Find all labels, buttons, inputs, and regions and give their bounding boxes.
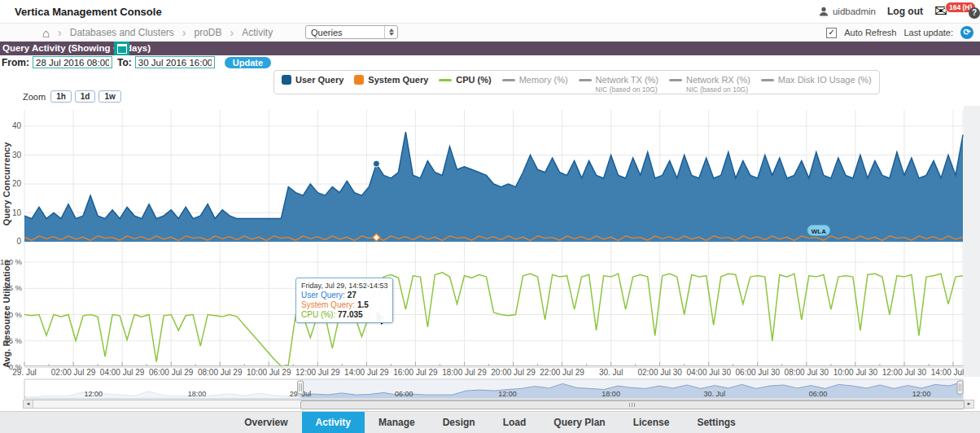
breadcrumb-databases[interactable]: Databases and Clusters bbox=[70, 27, 174, 38]
tab-settings[interactable]: Settings bbox=[683, 412, 749, 433]
tab-design[interactable]: Design bbox=[429, 412, 489, 433]
navigator: 12:0018:0029. Jul06:0012:0018:0030. Jul0… bbox=[24, 379, 963, 399]
navigator-label: 06:00 bbox=[395, 390, 413, 398]
chart-legend: User QuerySystem QueryCPU (%)Memory (%)N… bbox=[273, 70, 880, 94]
pane2-axis-title: Avg. Resource Utilization bbox=[2, 260, 11, 369]
cpu-line bbox=[24, 273, 963, 366]
wla-flag[interactable]: WLA bbox=[807, 225, 830, 236]
legend-swatch-icon bbox=[579, 79, 592, 81]
legend-label: Network RX (%) bbox=[686, 75, 750, 85]
logout-link[interactable]: Log out bbox=[887, 6, 923, 17]
legend-sublabel: NIC (based on 10G) bbox=[686, 85, 750, 94]
chart-scrollbar[interactable]: ◄ ► bbox=[23, 400, 974, 409]
scrollbar-grip-icon bbox=[629, 403, 637, 407]
navigator-handle-grip bbox=[957, 381, 963, 394]
help-icon[interactable]: ? bbox=[969, 7, 980, 19]
x-axis: 29. Jul02:00 Jul 2904:00 Jul 2906:00 Jul… bbox=[12, 362, 975, 378]
app-title: Vertica Management Console bbox=[15, 6, 162, 18]
database-tabs: OverviewActivityManageDesignLoadQuery Pl… bbox=[0, 411, 980, 433]
legend-label: User Query bbox=[295, 75, 343, 85]
legend-item-memory[interactable]: Memory (%) bbox=[502, 75, 568, 85]
hover-marker-user-query bbox=[373, 160, 379, 167]
home-icon[interactable]: ⌂ bbox=[42, 27, 50, 39]
x-axis-tick-label: 18:00 Jul 29 bbox=[442, 368, 487, 377]
legend-swatch-icon bbox=[354, 75, 364, 85]
x-axis-tick-label: 20:00 Jul 29 bbox=[491, 368, 536, 377]
y-axis-tick-label: 20 bbox=[12, 179, 22, 188]
x-axis-tick-label: 22:00 Jul 29 bbox=[540, 368, 584, 377]
from-label: From: bbox=[2, 57, 29, 68]
zoom-button-1h[interactable]: 1h bbox=[50, 90, 72, 103]
tab-activity[interactable]: Activity bbox=[302, 412, 365, 433]
navigator-label: 18:00 bbox=[602, 390, 620, 398]
x-axis-tick-label: 08:00 Jul 29 bbox=[198, 368, 243, 377]
x-axis-tick-label: 12:00 Jul 29 bbox=[295, 368, 340, 377]
chevron-right-icon: › bbox=[230, 26, 234, 39]
legend-swatch-icon bbox=[502, 79, 515, 81]
last-update-label: Last update: bbox=[903, 28, 953, 37]
messages-indicator[interactable]: ✉ 164 (H) ? bbox=[934, 2, 972, 21]
scrollbar-right-arrow-icon[interactable]: ► bbox=[964, 400, 973, 408]
chart-right-gutter bbox=[964, 106, 980, 377]
calendar-icon bbox=[117, 44, 127, 54]
zoom-control: Zoom 1h1d1w bbox=[23, 90, 121, 103]
x-axis-tick-label: 14:00 Jul 29 bbox=[344, 368, 389, 377]
x-axis-tick-label: 04:00 Jul 30 bbox=[686, 368, 731, 377]
x-axis-tick-label: 04:00 Jul 29 bbox=[100, 368, 145, 377]
app-header: Vertica Management Console uidbadmin Log… bbox=[0, 0, 980, 24]
x-axis-tick-label: 30. Jul bbox=[599, 368, 623, 377]
activity-view-selected: Queries bbox=[311, 28, 343, 37]
legend-item-max-disk-io-usage[interactable]: Max Disk IO Usage (%) bbox=[761, 75, 872, 85]
breadcrumb: ⌂ › Databases and Clusters › proDB › Act… bbox=[42, 24, 273, 42]
y-axis-tick-label: 30 bbox=[12, 151, 22, 160]
legend-item-cpu[interactable]: CPU (%) bbox=[439, 75, 491, 85]
nav-bar: ⌂ › Databases and Clusters › proDB › Act… bbox=[0, 24, 980, 42]
x-axis-tick-label: 12:00 Jul 30 bbox=[882, 368, 927, 377]
y-axis-tick-label: 40 bbox=[12, 121, 22, 130]
x-axis-tick-label: 10:00 Jul 29 bbox=[247, 368, 291, 377]
scrollbar-thumb[interactable] bbox=[300, 400, 965, 409]
tooltip-title: Friday, Jul 29, 14:52-14:53 bbox=[301, 281, 387, 291]
chevron-right-icon: › bbox=[182, 26, 186, 39]
zoom-button-1d[interactable]: 1d bbox=[75, 90, 96, 103]
y-axis-tick-label: 0 bbox=[16, 237, 21, 246]
legend-label: Max Disk IO Usage (%) bbox=[778, 75, 872, 85]
tab-manage[interactable]: Manage bbox=[365, 412, 429, 433]
select-spinner-icon[interactable] bbox=[384, 26, 397, 38]
legend-swatch-icon bbox=[669, 79, 682, 81]
legend-label: Memory (%) bbox=[519, 75, 568, 85]
legend-item-user-query[interactable]: User Query bbox=[282, 75, 343, 85]
to-date-input[interactable] bbox=[135, 56, 215, 68]
navigator-handle-left[interactable] bbox=[298, 381, 304, 394]
zoom-button-1w[interactable]: 1w bbox=[98, 90, 120, 103]
x-axis-tick-label: 16:00 Jul 29 bbox=[393, 368, 438, 377]
calendar-button[interactable] bbox=[114, 42, 129, 55]
refresh-icon[interactable]: ⟳ bbox=[960, 26, 973, 39]
tab-overview[interactable]: Overview bbox=[230, 412, 301, 433]
navigator-handle-grip bbox=[298, 381, 304, 394]
activity-view-select[interactable]: Queries bbox=[305, 25, 398, 39]
navigator-handle-right[interactable] bbox=[957, 381, 963, 394]
scrollbar-left-arrow-icon[interactable]: ◄ bbox=[24, 400, 33, 408]
navigator-label: 12:00 bbox=[498, 390, 517, 398]
user-icon bbox=[819, 7, 829, 16]
legend-item-network-tx[interactable]: Network TX (%)NIC (based on 10G) bbox=[579, 75, 658, 94]
breadcrumb-db[interactable]: proDB bbox=[194, 27, 221, 38]
chart-tooltip: Friday, Jul 29, 14:52-14:53 User Query: … bbox=[295, 278, 393, 323]
tab-license[interactable]: License bbox=[619, 412, 684, 433]
y-axes: 0102030400 %25 %50 %75 %100 %Query Concu… bbox=[0, 121, 22, 371]
x-axis-tick-label: 06:00 Jul 30 bbox=[736, 368, 781, 377]
legend-item-system-query[interactable]: System Query bbox=[354, 75, 428, 85]
tab-query-plan[interactable]: Query Plan bbox=[540, 412, 619, 433]
y-axis-tick-label: 10 bbox=[12, 208, 22, 217]
auto-refresh-checkbox[interactable]: ✓ bbox=[826, 28, 837, 38]
legend-swatch-icon bbox=[439, 79, 452, 81]
breadcrumb-activity[interactable]: Activity bbox=[242, 27, 273, 38]
from-date-input[interactable] bbox=[33, 56, 112, 68]
legend-item-network-rx[interactable]: Network RX (%)NIC (based on 10G) bbox=[669, 75, 750, 94]
x-axis-tick-label: 02:00 Jul 29 bbox=[51, 368, 96, 377]
update-button[interactable]: Update bbox=[225, 57, 271, 68]
navigator-label: 12:00 bbox=[912, 390, 931, 398]
to-label: To: bbox=[117, 57, 132, 68]
tab-load[interactable]: Load bbox=[489, 412, 540, 433]
